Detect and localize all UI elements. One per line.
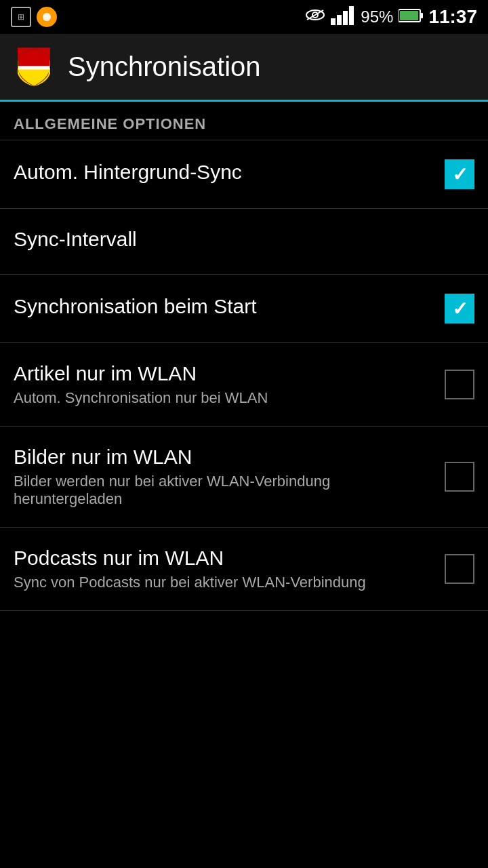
battery-icon bbox=[399, 8, 423, 26]
gallery-icon: ⊞ bbox=[11, 7, 31, 27]
app-header: Synchronisation bbox=[0, 34, 488, 102]
settings-item-subtitle-bilder-nur-im-wlan: Bilder werden nur bei aktiver WLAN-Verbi… bbox=[14, 473, 431, 508]
status-bar: ⊞ 95% bbox=[0, 0, 488, 34]
signal-icon bbox=[331, 6, 355, 28]
status-right: 95% 11:37 bbox=[305, 6, 477, 28]
checkbox-podcasts-nur-im-wlan[interactable] bbox=[445, 554, 474, 584]
settings-item-sync-intervall[interactable]: Sync-Intervall bbox=[0, 209, 488, 275]
settings-list: Autom. Hintergrund-SyncSync-IntervallSyn… bbox=[0, 140, 488, 611]
settings-item-title-podcasts-nur-im-wlan: Podcasts nur im WLAN bbox=[14, 547, 431, 570]
settings-item-title-bilder-nur-im-wlan: Bilder nur im WLAN bbox=[14, 446, 431, 469]
svg-rect-9 bbox=[420, 13, 423, 18]
settings-item-autom-hintergrund-sync[interactable]: Autom. Hintergrund-Sync bbox=[0, 140, 488, 209]
settings-item-subtitle-artikel-nur-im-wlan: Autom. Synchronisation nur bei WLAN bbox=[14, 389, 431, 407]
checkbox-artikel-nur-im-wlan[interactable] bbox=[445, 370, 474, 399]
svg-point-0 bbox=[43, 13, 51, 21]
settings-item-artikel-nur-im-wlan[interactable]: Artikel nur im WLANAutom. Synchronisatio… bbox=[0, 343, 488, 427]
section-header: ALLGEMEINE OPTIONEN bbox=[0, 102, 488, 140]
settings-item-title-sync-intervall: Sync-Intervall bbox=[14, 228, 461, 251]
settings-item-subtitle-podcasts-nur-im-wlan: Sync von Podcasts nur bei aktiver WLAN-V… bbox=[14, 574, 431, 591]
svg-rect-7 bbox=[349, 6, 354, 25]
checkbox-synchronisation-beim-start[interactable] bbox=[445, 294, 474, 323]
notification-icon bbox=[37, 7, 57, 27]
checkbox-autom-hintergrund-sync[interactable] bbox=[445, 159, 474, 189]
svg-rect-10 bbox=[400, 11, 418, 20]
svg-rect-6 bbox=[343, 11, 348, 25]
battery-percentage: 95% bbox=[361, 7, 393, 26]
section-title: ALLGEMEINE OPTIONEN bbox=[14, 115, 206, 132]
settings-item-synchronisation-beim-start[interactable]: Synchronisation beim Start bbox=[0, 275, 488, 343]
app-title: Synchronisation bbox=[68, 52, 261, 82]
svg-rect-14 bbox=[18, 66, 49, 69]
settings-item-bilder-nur-im-wlan[interactable]: Bilder nur im WLANBilder werden nur bei … bbox=[0, 427, 488, 528]
app-logo bbox=[14, 47, 54, 87]
checkbox-bilder-nur-im-wlan[interactable] bbox=[445, 462, 474, 492]
settings-item-content-bilder-nur-im-wlan: Bilder nur im WLANBilder werden nur bei … bbox=[14, 446, 445, 508]
settings-item-title-autom-hintergrund-sync: Autom. Hintergrund-Sync bbox=[14, 161, 431, 184]
svg-rect-5 bbox=[337, 15, 342, 25]
settings-item-title-artikel-nur-im-wlan: Artikel nur im WLAN bbox=[14, 362, 431, 385]
status-bar-left: ⊞ bbox=[11, 7, 57, 27]
settings-item-title-synchronisation-beim-start: Synchronisation beim Start bbox=[14, 295, 431, 318]
settings-item-content-sync-intervall: Sync-Intervall bbox=[14, 228, 474, 255]
eye-icon bbox=[305, 8, 325, 26]
settings-item-content-synchronisation-beim-start: Synchronisation beim Start bbox=[14, 295, 445, 322]
svg-rect-4 bbox=[331, 18, 336, 25]
time-display: 11:37 bbox=[428, 6, 477, 28]
settings-item-content-podcasts-nur-im-wlan: Podcasts nur im WLANSync von Podcasts nu… bbox=[14, 547, 445, 591]
settings-item-content-autom-hintergrund-sync: Autom. Hintergrund-Sync bbox=[14, 161, 445, 188]
settings-item-podcasts-nur-im-wlan[interactable]: Podcasts nur im WLANSync von Podcasts nu… bbox=[0, 528, 488, 611]
settings-item-content-artikel-nur-im-wlan: Artikel nur im WLANAutom. Synchronisatio… bbox=[14, 362, 445, 407]
